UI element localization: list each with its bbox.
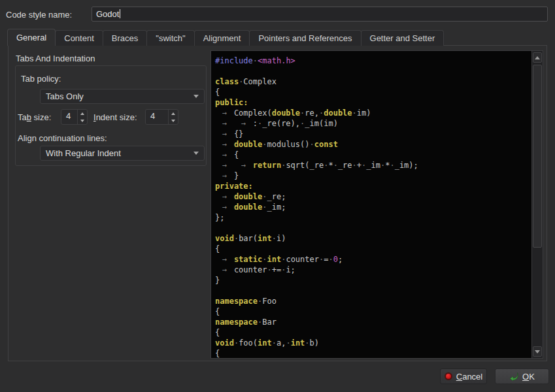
code-line [215, 223, 531, 233]
code-style-name-label: Code style name: [6, 10, 72, 20]
tab-marker: → [215, 160, 234, 171]
code-line: class·Complex [215, 76, 531, 87]
code-line: { [215, 306, 531, 317]
code-line [215, 286, 531, 296]
tab-size-stepper[interactable]: 4 [61, 109, 88, 125]
tab-marker: → [215, 265, 234, 275]
code-style-name-input[interactable]: Godot [92, 7, 548, 22]
tab-marker: → [215, 139, 234, 150]
arrow-up-icon [80, 112, 84, 115]
chevron-down-icon [193, 152, 199, 155]
tab-switch[interactable]: "switch" [146, 30, 194, 46]
cancel-button-label: Cancel [456, 372, 482, 382]
code-line: { [215, 327, 531, 338]
code-line: →{} [215, 129, 531, 139]
arrow-down-icon [171, 120, 175, 122]
cancel-icon [445, 372, 452, 380]
code-line: void·bar(int·i) [215, 233, 531, 244]
code-line: private: [215, 181, 531, 191]
code-line: →double·_re; [215, 191, 531, 202]
tab-marker: → [234, 160, 253, 171]
code-style-dialog: { "header": { "name_label": "Code style … [0, 0, 555, 392]
code-line: →} [215, 171, 531, 181]
cancel-button[interactable]: Cancel [440, 368, 487, 384]
code-line: →→:·_re(re),·_im(im) [215, 118, 531, 129]
arrow-up-icon [171, 112, 175, 115]
tab-marker: → [215, 191, 234, 202]
tab-braces[interactable]: Braces [103, 30, 147, 46]
scrollbar-up-button[interactable] [533, 52, 542, 63]
tab-marker: → [215, 129, 234, 139]
code-line: namespace·Bar [215, 317, 531, 327]
tab-marker: → [215, 118, 234, 129]
code-line: } [215, 275, 531, 286]
ok-button[interactable]: OK [495, 368, 549, 384]
stepper-up-button[interactable] [78, 110, 87, 117]
tab-pointers-and-references[interactable]: Pointers and References [249, 30, 361, 46]
tab-marker: → [215, 108, 234, 118]
tab-policy-value: Tabs Only [46, 91, 190, 101]
code-line: void·foo(int·a,·int·b) [215, 338, 531, 348]
code-line: { [215, 244, 531, 254]
arrow-up-icon [535, 56, 540, 59]
tab-general[interactable]: General [7, 29, 56, 46]
align-continuation-label: Align continuation lines: [18, 133, 107, 143]
tab-policy-label: Tab policy: [21, 74, 61, 84]
tab-size-label: Tab size: [18, 112, 51, 122]
stepper-buttons [168, 110, 178, 124]
arrow-down-icon [535, 350, 540, 353]
code-line: }; [215, 212, 531, 223]
ok-check-icon [509, 372, 518, 381]
code-line: { [215, 87, 531, 97]
tab-alignment[interactable]: Alignment [194, 30, 250, 46]
code-line: →Complex(double·re,·double·im) [215, 108, 531, 118]
tab-size-value: 4 [61, 110, 77, 124]
indent-size-label: Indent size: [93, 112, 137, 122]
chevron-down-icon [193, 95, 199, 98]
scrollbar-down-button[interactable] [533, 346, 542, 357]
vertical-scrollbar[interactable] [531, 51, 543, 358]
stepper-down-button[interactable] [78, 117, 87, 124]
code-line: →static·int·counter·=·0; [215, 254, 531, 265]
align-continuation-value: With Regular Indent [46, 148, 190, 158]
code-line: →{ [215, 150, 531, 160]
tab-marker: → [215, 150, 234, 160]
code-preview: #include·<math.h> class·Complex{public:→… [210, 50, 543, 359]
text-caret [120, 9, 120, 18]
stepper-up-button[interactable] [169, 110, 178, 117]
align-continuation-combobox[interactable]: With Regular Indent [40, 146, 205, 161]
stepper-down-button[interactable] [169, 117, 178, 124]
indent-size-stepper[interactable]: 4 [145, 109, 178, 125]
code-line: #include·<math.h> [215, 56, 531, 66]
code-line: public: [215, 97, 531, 108]
code-line [215, 66, 531, 76]
tab-marker: → [215, 254, 234, 265]
code-line: { [215, 348, 531, 358]
tab-policy-combobox[interactable]: Tabs Only [40, 89, 205, 104]
ok-button-label: OK [522, 372, 535, 382]
code-line: →double·_im; [215, 202, 531, 212]
tab-getter-and-setter[interactable]: Getter and Setter [361, 30, 445, 46]
code-line: →→return·sqrt(_re·*·_re·+·_im·*·_im); [215, 160, 531, 171]
code-line: →counter·+=·i; [215, 265, 531, 275]
code-line: →double·modulus()·const [215, 139, 531, 150]
stepper-buttons [77, 110, 87, 124]
tab-content[interactable]: Content [55, 30, 103, 46]
tab-bar: GeneralContentBraces"switch"AlignmentPoi… [8, 29, 444, 46]
arrow-down-icon [80, 120, 84, 122]
code-line: namespace·Foo [215, 296, 531, 306]
tab-marker: → [215, 202, 234, 212]
indent-size-value: 4 [146, 110, 168, 124]
code-style-name-value: Godot [96, 9, 119, 19]
scrollbar-thumb[interactable] [533, 65, 542, 248]
group-title: Tabs And Indentation [16, 54, 95, 63]
tab-marker: → [234, 118, 253, 129]
tab-marker: → [215, 171, 234, 181]
code-preview-text[interactable]: #include·<math.h> class·Complex{public:→… [211, 51, 531, 358]
